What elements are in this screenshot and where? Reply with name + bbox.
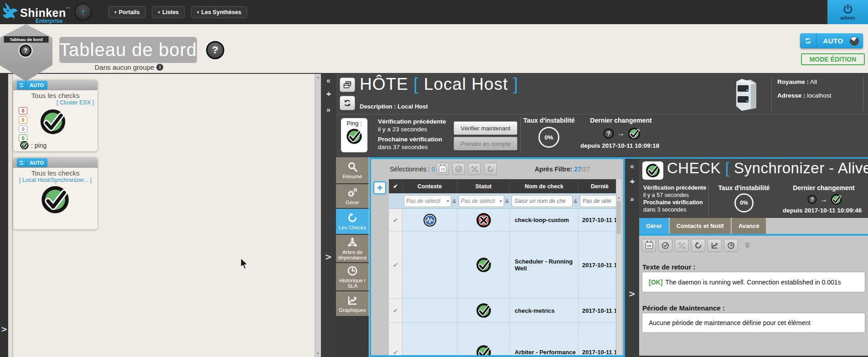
status-filter-select[interactable]: Pas de sélecti ▾ [459, 195, 504, 207]
history-button[interactable] [724, 239, 738, 252]
scroll-up-icon[interactable]: ▲ [616, 196, 621, 200]
column-nom-de-check[interactable]: Nom de check [510, 179, 579, 193]
check-name[interactable]: check-loop-custom [510, 209, 579, 231]
check-name[interactable]: check-metrics [510, 299, 579, 322]
graph-button[interactable] [708, 239, 722, 252]
row-checkbox[interactable]: ✔ [389, 209, 403, 231]
topbar-divider [99, 0, 100, 24]
menu-listes[interactable]: ▾ Listes [152, 6, 185, 18]
select-all-header[interactable]: ✔ [389, 179, 403, 193]
table-row[interactable]: ✔ Arbiter - Performance 2017-10-11 1 [389, 323, 621, 355]
acknowledge-button[interactable] [658, 239, 672, 252]
name-filter-input[interactable] [512, 195, 573, 207]
user-menu[interactable]: admin [827, 0, 868, 24]
sidebar-item-les-checks[interactable]: Les Checks [336, 209, 369, 234]
scrollbar-thumb[interactable] [617, 201, 621, 234]
tab-contacts-et-notif[interactable]: Contacts et Notif [670, 218, 731, 234]
tools-button[interactable] [675, 239, 689, 252]
schedule-button[interactable]: 15 [642, 239, 656, 252]
scroll-down-icon[interactable]: ▼ [315, 352, 321, 356]
widget-body: Tous les checks [ Local Host/Synchronize… [13, 168, 98, 229]
sidebar-item-arbre-dependance[interactable]: Arbre de dépendance [336, 235, 369, 262]
pin-button[interactable] [740, 239, 754, 252]
maintenance-box: Aucune période de maintenance définie po… [642, 313, 865, 333]
check-name[interactable]: Scheduler - Running Well [510, 232, 579, 298]
host-description: Description : Local Host [360, 103, 428, 110]
recheck-button[interactable] [691, 239, 705, 252]
scroll-up-icon[interactable]: ▲ [315, 75, 321, 79]
add-column-button[interactable]: + [373, 181, 386, 194]
next-check-label: Prochaine vérification [378, 135, 446, 143]
auto-refresh-button[interactable]: AUTO [800, 33, 863, 48]
widget-checks-cluster-esx[interactable]: AUTO Tous les checks [ Cluster ESX ] 0 0… [13, 80, 98, 151]
page-title: Tableau de bord [59, 37, 197, 63]
tab-avance[interactable]: Avancé [732, 218, 766, 234]
home-up-button[interactable]: ↑ [74, 3, 92, 21]
widget-body: Tous les checks [ Cluster ESX ] 0 0 0 0 … [13, 90, 98, 151]
widget-header[interactable]: AUTO [13, 80, 98, 90]
expand-panel-icon[interactable]: > [625, 289, 639, 299]
brand-subtitle: Enterprise [36, 18, 62, 24]
widget-header[interactable]: AUTO [13, 157, 98, 168]
sidebar-item-resume[interactable]: Résumé [336, 157, 369, 183]
column-contexte[interactable]: Contexte [403, 179, 457, 193]
refresh-icon[interactable] [800, 33, 816, 48]
reload-host-button[interactable] [340, 96, 355, 110]
collapse-left-icon[interactable]: « [625, 162, 639, 171]
output-text: The daemon is running well. Connection e… [665, 279, 841, 286]
check-panel-splitter[interactable]: « ◂|▸ » > [625, 159, 639, 357]
expand-panel-icon[interactable]: > [321, 252, 336, 262]
table-scrollbar[interactable]: ▲ [616, 179, 621, 355]
widget-auto-button[interactable]: AUTO [17, 158, 47, 167]
collapse-right-icon[interactable]: » [321, 106, 336, 114]
widget-checks-synchronizer[interactable]: AUTO Tous les checks [ Local Host/Synchr… [13, 157, 98, 229]
resize-handle-icon[interactable]: ◂|▸ [625, 179, 639, 184]
dashboard-canvas: AUTO Tous les checks [ Cluster ESX ] 0 0… [13, 74, 315, 357]
collapse-right-icon[interactable]: » [625, 195, 639, 203]
info-icon[interactable]: i [156, 64, 163, 71]
widget-scope-link[interactable]: [ Local Host/Synchronizer... ] [13, 177, 98, 183]
widget-auto-button[interactable]: AUTO [17, 81, 47, 89]
widget-scope-link[interactable]: [ Cluster ESX ] [13, 99, 98, 106]
after-filter-count: Après Filtre: 27/27 [535, 166, 590, 173]
edit-mode-button[interactable]: MODE ÉDITION [801, 53, 865, 65]
tools-button[interactable] [468, 163, 481, 175]
host-title: HÔTE [ Local Host ] [360, 75, 518, 94]
schedule-button[interactable]: 15 [436, 163, 449, 175]
hexagon-help-icon[interactable]: ? [20, 45, 31, 57]
menu-syntheses[interactable]: ▾ Les Synthèses [191, 6, 247, 18]
sidebar-item-historique-sla[interactable]: Historique / SLA [336, 263, 369, 290]
context-filter-select[interactable]: Pas de sélecti ▾ [404, 195, 451, 207]
page-help-button[interactable]: ? [206, 41, 224, 59]
column-statut[interactable]: Statut [457, 179, 510, 193]
check-name[interactable]: Arbiter - Performance [510, 323, 579, 355]
menu-portails[interactable]: ▾ Portails [108, 6, 145, 18]
row-checkbox[interactable]: ✔ [389, 323, 403, 355]
shinken-logo[interactable]: Shinken™ Enterprise [2, 1, 68, 24]
collapse-left-icon[interactable]: « [321, 77, 336, 85]
table-row[interactable]: ✔ check-metrics 2017-10-11 1 [389, 299, 621, 323]
date-filter-input[interactable] [580, 195, 620, 207]
tab-gerer[interactable]: Gérer [639, 218, 669, 234]
filter-value: Pas de sélecti [461, 198, 495, 204]
realm-value: All [810, 78, 817, 85]
row-checkbox[interactable]: ✔ [389, 299, 403, 322]
acknowledge-button[interactable]: Prendre en compte [454, 137, 517, 150]
table-row[interactable]: ✔ check-loop-custom 2017-10-11 1 [389, 209, 621, 232]
host-panel-splitter[interactable]: « ◂|▸ » > [321, 73, 336, 357]
sidebar-item-gerer[interactable]: Gérer [336, 184, 369, 208]
sidebar-item-graphiques[interactable]: Graphiques [336, 291, 369, 316]
open-windows-button[interactable] [340, 78, 355, 92]
dashboard-scrollbar[interactable]: ▲ ▼ [315, 74, 321, 357]
expand-left-panel-icon[interactable]: > [1, 325, 7, 334]
left-collapsed-panel[interactable]: > [0, 73, 8, 357]
resize-handle-icon[interactable]: ◂|▸ [321, 91, 336, 96]
column-derniere[interactable]: Derniè [579, 179, 621, 193]
acknowledge-selection-button[interactable] [452, 163, 465, 175]
row-checkbox[interactable]: ✔ [389, 232, 403, 298]
metric-wave-icon [423, 213, 437, 228]
recheck-button[interactable] [484, 163, 497, 175]
table-row[interactable]: ✔ Scheduler - Running Well 2017-10-11 1 [389, 232, 621, 299]
next-check-value: dans 37 secondes [378, 143, 446, 151]
check-now-button[interactable]: Vérifier maintenant [454, 121, 517, 135]
